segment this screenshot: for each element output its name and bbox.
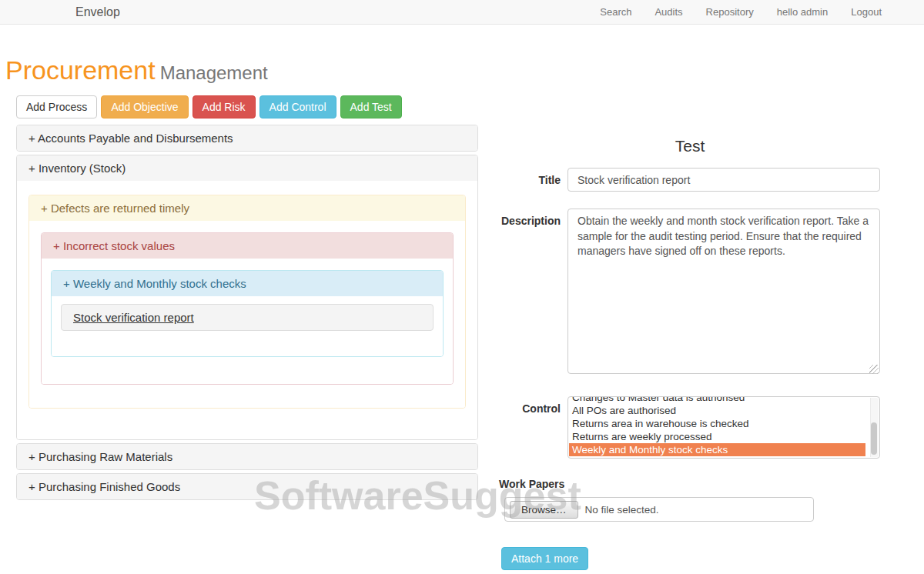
title-input[interactable] bbox=[567, 168, 880, 192]
control-heading[interactable]: + Weekly and Monthly stock checks bbox=[52, 271, 443, 296]
objective-body: + Incorrect stock values + Weekly and Mo… bbox=[29, 221, 465, 408]
top-navbar: Envelop Search Audits Repository hello a… bbox=[0, 0, 924, 25]
browse-button[interactable]: Browse… bbox=[510, 501, 578, 519]
control-row: Control Changes to Master data is author… bbox=[499, 396, 881, 459]
add-risk-button[interactable]: Add Risk bbox=[192, 95, 256, 118]
control-panel: + Weekly and Monthly stock checks Stock … bbox=[51, 270, 444, 357]
control-option-selected[interactable]: Weekly and Monthly stock checks bbox=[569, 443, 865, 456]
control-option[interactable]: Returns are weekly processed bbox=[569, 430, 865, 443]
form-heading: Test bbox=[499, 137, 881, 155]
add-objective-button[interactable]: Add Objective bbox=[101, 95, 188, 118]
process-heading-purchasing-raw[interactable]: + Purchasing Raw Materials bbox=[17, 444, 477, 469]
work-papers-label: Work Papers bbox=[499, 478, 881, 490]
control-option[interactable]: Changes to Master data is authorised bbox=[569, 396, 865, 404]
control-listbox[interactable]: Changes to Master data is authorised All… bbox=[567, 396, 880, 459]
objective-panel: + Defects are returned timely + Incorrec… bbox=[28, 195, 466, 409]
control-options: Changes to Master data is authorised All… bbox=[569, 396, 865, 456]
process-panel: + Accounts Payable and Disbursements bbox=[16, 125, 478, 152]
test-form: Test Title Description Obtain the weekly… bbox=[499, 137, 881, 570]
control-label: Control bbox=[499, 396, 561, 459]
process-panel: + Purchasing Raw Materials bbox=[16, 443, 478, 470]
page-title: ProcurementManagement bbox=[5, 55, 268, 85]
title-row: Title bbox=[499, 168, 881, 192]
listbox-scrollbar-track[interactable] bbox=[870, 398, 879, 457]
navbar-links: Search Audits Repository hello admin Log… bbox=[588, 6, 893, 18]
add-process-button[interactable]: Add Process bbox=[16, 95, 97, 118]
risk-heading[interactable]: + Incorrect stock values bbox=[42, 233, 453, 259]
add-control-button[interactable]: Add Control bbox=[259, 95, 336, 118]
process-body-inventory: + Defects are returned timely + Incorrec… bbox=[17, 181, 477, 439]
risk-body: + Weekly and Monthly stock checks Stock … bbox=[42, 259, 453, 384]
add-test-button[interactable]: Add Test bbox=[340, 95, 402, 118]
nav-audits[interactable]: Audits bbox=[643, 6, 694, 18]
nav-hello-admin[interactable]: hello admin bbox=[765, 6, 840, 18]
file-status-text: No file selected. bbox=[585, 504, 659, 516]
test-link[interactable]: Stock verification report bbox=[61, 304, 434, 331]
description-label: Description bbox=[499, 209, 561, 377]
objective-heading[interactable]: + Defects are returned timely bbox=[29, 195, 465, 221]
toolbar: Add Process Add Objective Add Risk Add C… bbox=[16, 95, 402, 118]
nav-search[interactable]: Search bbox=[588, 6, 643, 18]
nav-logout[interactable]: Logout bbox=[839, 6, 893, 18]
nav-repository[interactable]: Repository bbox=[695, 6, 765, 18]
attach-more-button[interactable]: Attach 1 more bbox=[501, 547, 588, 570]
work-papers-file-input[interactable]: Browse… No file selected. bbox=[504, 497, 814, 522]
description-row: Description Obtain the weekly and month … bbox=[499, 209, 881, 377]
risk-panel: + Incorrect stock values + Weekly and Mo… bbox=[41, 232, 454, 385]
process-panel-expanded: + Inventory (Stock) + Defects are return… bbox=[16, 155, 478, 440]
process-panel: + Purchasing Finished Goods bbox=[16, 473, 478, 500]
control-body: Stock verification report bbox=[52, 296, 443, 356]
title-label: Title bbox=[499, 168, 561, 192]
process-heading-purchasing-finished[interactable]: + Purchasing Finished Goods bbox=[17, 474, 477, 499]
brand-link[interactable]: Envelop bbox=[75, 5, 120, 19]
control-option[interactable]: All POs are authorised bbox=[569, 404, 865, 417]
process-heading-accounts-payable[interactable]: + Accounts Payable and Disbursements bbox=[17, 125, 477, 151]
page-title-secondary: Management bbox=[160, 62, 268, 83]
listbox-scrollbar-thumb[interactable] bbox=[871, 422, 877, 455]
description-textarea[interactable]: Obtain the weekly and month stock verifi… bbox=[567, 209, 880, 374]
process-accordion: + Accounts Payable and Disbursements + I… bbox=[16, 125, 478, 503]
process-heading-inventory[interactable]: + Inventory (Stock) bbox=[17, 155, 477, 181]
page-title-primary: Procurement bbox=[5, 55, 156, 85]
control-option[interactable]: Returns area in warehouse is checked bbox=[569, 417, 865, 430]
